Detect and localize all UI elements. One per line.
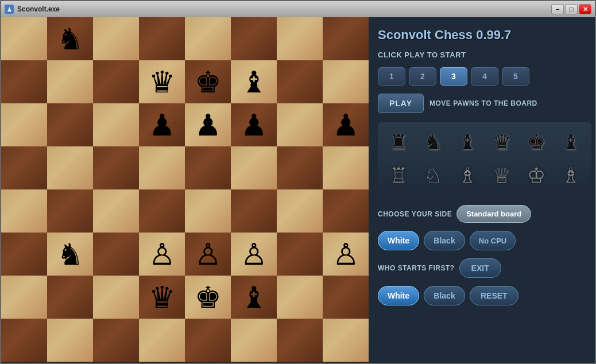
cell-2-1[interactable] xyxy=(47,103,93,146)
white-piece-0[interactable]: ♖ xyxy=(382,161,415,190)
cell-7-7[interactable] xyxy=(323,319,369,362)
cell-4-1[interactable] xyxy=(47,189,93,233)
no-cpu-button[interactable]: No CPU xyxy=(470,231,516,250)
cell-1-1[interactable] xyxy=(47,60,93,103)
cell-6-2[interactable] xyxy=(93,276,139,319)
standard-board-button[interactable]: Standard board xyxy=(456,205,531,223)
cell-0-3[interactable] xyxy=(139,17,185,60)
play-button[interactable]: PLAY xyxy=(378,94,424,113)
cell-7-1[interactable] xyxy=(47,319,93,362)
cell-1-7[interactable] xyxy=(323,60,369,103)
cell-4-2[interactable] xyxy=(93,189,139,233)
cell-2-5[interactable]: ♟ xyxy=(231,103,277,146)
difficulty-4-button[interactable]: 4 xyxy=(471,67,498,86)
difficulty-1-button[interactable]: 1 xyxy=(378,67,405,86)
cell-5-4[interactable]: ♙ xyxy=(185,233,231,276)
white-piece-3[interactable]: ♕ xyxy=(486,161,518,190)
cell-3-0[interactable] xyxy=(1,146,47,189)
cell-1-0[interactable] xyxy=(1,60,47,103)
cell-6-1[interactable] xyxy=(47,276,93,319)
title-bar: ♟ Sconvolt.exe – □ ✕ xyxy=(1,1,595,17)
cell-5-5[interactable]: ♙ xyxy=(231,233,277,276)
cell-7-4[interactable] xyxy=(185,319,231,362)
cell-4-4[interactable] xyxy=(185,189,231,233)
cell-0-7[interactable] xyxy=(323,17,369,60)
cell-1-2[interactable] xyxy=(93,60,139,103)
difficulty-3-button[interactable]: 3 xyxy=(440,67,467,86)
black-starts-button[interactable]: Black xyxy=(424,286,465,305)
cell-5-7[interactable]: ♙ xyxy=(323,233,369,276)
white-side-button[interactable]: White xyxy=(378,231,419,250)
cell-3-7[interactable] xyxy=(323,146,369,189)
cell-4-6[interactable] xyxy=(277,189,323,233)
white-piece-2[interactable]: ♗ xyxy=(451,161,483,190)
cell-2-3[interactable]: ♟ xyxy=(139,103,185,146)
close-button[interactable]: ✕ xyxy=(579,4,591,14)
cell-1-3[interactable]: ♛ xyxy=(139,60,185,103)
cell-4-0[interactable] xyxy=(1,189,47,233)
play-row: PLAY MOVE PAWNS TO THE BOARD xyxy=(378,94,591,113)
cell-2-6[interactable] xyxy=(277,103,323,146)
cell-3-1[interactable] xyxy=(47,146,93,189)
cell-0-6[interactable] xyxy=(277,17,323,60)
black-piece-0[interactable]: ♜ xyxy=(382,128,415,157)
cell-7-0[interactable] xyxy=(1,319,47,362)
black-piece-1[interactable]: ♞ xyxy=(417,128,449,157)
minimize-button[interactable]: – xyxy=(551,4,564,14)
cell-0-0[interactable] xyxy=(1,17,47,60)
cell-3-6[interactable] xyxy=(277,146,323,189)
cell-2-7[interactable]: ♟ xyxy=(323,103,369,146)
window-icon: ♟ xyxy=(5,5,14,14)
right-panel: Sconvolt Chess 0.99.7 CLICK PLAY TO STAR… xyxy=(369,17,595,363)
cell-6-3[interactable]: ♛ xyxy=(139,276,185,319)
black-piece-5[interactable]: ♝ xyxy=(555,128,587,157)
cell-7-6[interactable] xyxy=(277,319,323,362)
cell-2-0[interactable] xyxy=(1,103,47,146)
black-piece-4[interactable]: ♚ xyxy=(520,128,552,157)
cell-0-1[interactable]: ♞ xyxy=(47,17,93,60)
white-piece-1[interactable]: ♘ xyxy=(417,161,449,190)
cell-2-4[interactable]: ♟ xyxy=(185,103,231,146)
cell-4-3[interactable] xyxy=(139,189,185,233)
cell-1-5[interactable]: ♝ xyxy=(231,60,277,103)
window-title: Sconvolt.exe xyxy=(17,5,548,13)
black-side-button[interactable]: Black xyxy=(424,231,465,250)
cell-0-4[interactable] xyxy=(185,17,231,60)
cell-3-2[interactable] xyxy=(93,146,139,189)
cell-6-4[interactable]: ♚ xyxy=(185,276,231,319)
cell-1-6[interactable] xyxy=(277,60,323,103)
board-grid: ♞♛♚♝♟♟♟♟♞♙♙♙♙♛♚♝ xyxy=(1,17,369,362)
cell-1-4[interactable]: ♚ xyxy=(185,60,231,103)
cell-6-5[interactable]: ♝ xyxy=(231,276,277,319)
cell-7-2[interactable] xyxy=(93,319,139,362)
black-piece-2[interactable]: ♝ xyxy=(451,128,483,157)
difficulty-2-button[interactable]: 2 xyxy=(409,67,436,86)
cell-6-6[interactable] xyxy=(277,276,323,319)
cell-0-5[interactable] xyxy=(231,17,277,60)
cell-4-7[interactable] xyxy=(323,189,369,233)
cell-5-2[interactable] xyxy=(93,233,139,276)
cell-2-2[interactable] xyxy=(93,103,139,146)
difficulty-5-button[interactable]: 5 xyxy=(502,67,529,86)
cell-4-5[interactable] xyxy=(231,189,277,233)
cell-3-3[interactable] xyxy=(139,146,185,189)
cell-5-0[interactable] xyxy=(1,233,47,276)
white-piece-4[interactable]: ♔ xyxy=(520,161,552,190)
cell-0-2[interactable] xyxy=(93,17,139,60)
cell-5-6[interactable] xyxy=(277,233,323,276)
white-piece-5[interactable]: ♗ xyxy=(555,161,587,190)
reset-button[interactable]: RESET xyxy=(470,286,518,305)
exit-button[interactable]: EXIT xyxy=(459,258,501,278)
cell-5-3[interactable]: ♙ xyxy=(139,233,185,276)
maximize-button[interactable]: □ xyxy=(565,4,578,14)
cell-3-4[interactable] xyxy=(185,146,231,189)
white-starts-button[interactable]: White xyxy=(378,286,419,305)
cell-6-0[interactable] xyxy=(1,276,47,319)
cell-7-5[interactable] xyxy=(231,319,277,362)
cell-3-5[interactable] xyxy=(231,146,277,189)
cell-5-1[interactable]: ♞ xyxy=(47,233,93,276)
cell-6-7[interactable] xyxy=(323,276,369,319)
black-piece-3[interactable]: ♛ xyxy=(486,128,518,157)
click-to-start-label: CLICK PLAY TO START xyxy=(378,51,591,59)
cell-7-3[interactable] xyxy=(139,319,185,362)
